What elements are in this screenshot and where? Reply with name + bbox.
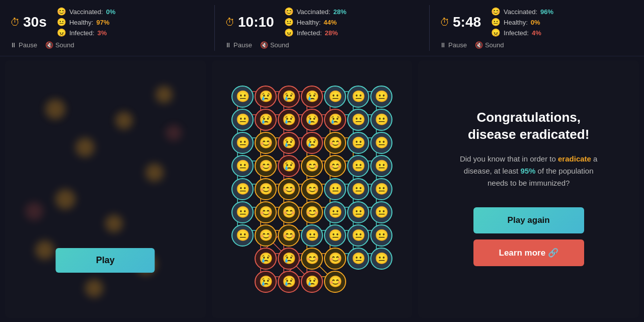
clock-icon-3: ⏱ <box>440 17 450 28</box>
node[interactable]: 😐 <box>347 224 369 247</box>
node[interactable]: 😊 <box>301 201 323 223</box>
healthy-icon: 😐 <box>57 18 66 27</box>
node[interactable]: 😊 <box>255 178 277 200</box>
node[interactable]: 😊 <box>255 224 277 247</box>
node[interactable]: 😐 <box>370 86 392 108</box>
node[interactable]: 😊 <box>278 201 300 223</box>
node[interactable]: 😐 <box>370 109 392 131</box>
node[interactable]: 😢 <box>301 132 323 154</box>
panel2-pause-button[interactable]: ⏸ Pause <box>225 41 252 49</box>
node[interactable]: 😢 <box>278 271 300 293</box>
node[interactable]: 😊 <box>255 201 277 223</box>
node[interactable]: 😊 <box>324 271 346 293</box>
node[interactable]: 😢 <box>255 86 277 108</box>
panel1-healthy-row: 😐 Healthy: 97% <box>57 18 116 27</box>
node[interactable]: 😐 <box>324 86 346 108</box>
panel2-vaccinated-row: 😊 Vaccinated: 28% <box>284 7 347 16</box>
node[interactable]: 😐 <box>370 224 392 247</box>
vaccinated-icon: 😊 <box>57 7 66 16</box>
panel1-stats: 😊 Vaccinated: 0% 😐 Healthy: 97% 😠 Infect… <box>57 7 116 37</box>
node[interactable]: 😊 <box>278 178 300 200</box>
node[interactable]: 😐 <box>347 132 369 154</box>
panel2-stats: 😊 Vaccinated: 28% 😐 Healthy: 44% 😠 Infec… <box>284 7 347 37</box>
panel1-sound-button[interactable]: 🔇 Sound <box>45 41 74 49</box>
panel3-sound-button[interactable]: 🔇 Sound <box>475 41 504 49</box>
node[interactable]: 😐 <box>347 201 369 223</box>
node[interactable]: 😢 <box>255 271 277 293</box>
node[interactable]: 😐 <box>324 178 346 200</box>
header-row: ⏱ 30s 😊 Vaccinated: 0% 😐 Healthy: 97% 😠 … <box>0 0 644 56</box>
node[interactable]: 😐 <box>231 132 254 154</box>
clock-icon-2: ⏱ <box>225 17 235 28</box>
panel3-vaccinated-row: 😊 Vaccinated: 96% <box>491 7 553 16</box>
highlight-eradicate: eradicate <box>558 154 591 163</box>
congratulations-panel: Congratulations,disease eradicated! Did … <box>418 60 639 318</box>
panel2-healthy-row: 😐 Healthy: 44% <box>284 18 347 27</box>
node[interactable]: 😊 <box>255 155 277 177</box>
panel2-sound-button[interactable]: 🔇 Sound <box>260 41 289 49</box>
panel3-header: ⏱ 5:48 😊 Vaccinated: 96% 😐 Healthy: 0% 😠… <box>430 5 644 51</box>
node[interactable]: 😐 <box>324 224 346 247</box>
node[interactable]: 😐 <box>231 155 254 177</box>
node[interactable]: 😢 <box>324 109 346 131</box>
node[interactable]: 😐 <box>370 178 392 200</box>
play-button[interactable]: Play <box>56 248 155 273</box>
node[interactable]: 😐 <box>370 248 392 270</box>
node[interactable]: 😢 <box>278 155 300 177</box>
node[interactable]: 😢 <box>278 248 300 270</box>
panel3-pause-button[interactable]: ⏸ Pause <box>440 41 467 49</box>
play-again-button[interactable]: Play again <box>473 207 584 233</box>
node[interactable]: 😐 <box>347 248 369 270</box>
node[interactable]: 😐 <box>231 178 254 200</box>
game-grid-container: 😐 😢 😢 😢 😐 😐 😐 😐 😢 😢 😢 😢 😐 😐 😐 <box>226 80 397 298</box>
congrats-title: Congratulations,disease eradicated! <box>468 109 589 143</box>
node[interactable]: 😊 <box>278 224 300 247</box>
panel1-pause-button[interactable]: ⏸ Pause <box>10 41 37 49</box>
panel2-infected-row: 😠 Infected: 28% <box>284 28 347 37</box>
node[interactable]: 😐 <box>231 109 254 131</box>
clock-icon: ⏱ <box>10 17 20 28</box>
node[interactable]: 😢 <box>278 86 300 108</box>
node[interactable]: 😐 <box>347 155 369 177</box>
panel2-timer: ⏱ 10:10 <box>225 14 274 30</box>
node[interactable]: 😊 <box>301 248 323 270</box>
node[interactable]: 😐 <box>370 132 392 154</box>
panel3-timer-value: 5:48 <box>453 14 481 30</box>
learn-more-button[interactable]: Learn more 🔗 <box>473 239 584 266</box>
panel1-infected-row: 😠 Infected: 3% <box>57 28 116 37</box>
infected-icon: 😠 <box>57 28 66 37</box>
node[interactable]: 😢 <box>278 109 300 131</box>
node[interactable]: 😊 <box>255 132 277 154</box>
congrats-description: Did you know that in order to eradicate … <box>458 153 599 189</box>
node[interactable]: 😢 <box>301 109 323 131</box>
node[interactable]: 😐 <box>347 86 369 108</box>
node[interactable]: 😢 <box>301 271 323 293</box>
background-nodes <box>5 60 206 318</box>
node[interactable]: 😐 <box>231 224 254 247</box>
node[interactable]: 😐 <box>347 178 369 200</box>
node[interactable]: 😐 <box>324 201 346 223</box>
panel2-controls: ⏸ Pause 🔇 Sound <box>225 41 419 49</box>
node[interactable]: 😊 <box>301 155 323 177</box>
node[interactable]: 😊 <box>324 248 346 270</box>
node[interactable]: 😊 <box>324 132 346 154</box>
panel1-timer-value: 30s <box>23 14 47 30</box>
node[interactable]: 😢 <box>301 86 323 108</box>
node[interactable]: 😐 <box>370 155 392 177</box>
panel3-stats: 😊 Vaccinated: 96% 😐 Healthy: 0% 😠 Infect… <box>491 7 553 37</box>
panel3-healthy-row: 😐 Healthy: 0% <box>491 18 553 27</box>
main-panels: Play <box>0 56 644 322</box>
node[interactable]: 😢 <box>255 248 277 270</box>
node[interactable]: 😐 <box>347 109 369 131</box>
game-panel: 😐 😢 😢 😢 😐 😐 😐 😐 😢 😢 😢 😢 😐 😐 😐 <box>212 60 413 318</box>
node[interactable]: 😐 <box>231 86 254 108</box>
node[interactable]: 😐 <box>301 224 323 247</box>
node[interactable]: 😐 <box>370 201 392 223</box>
node[interactable]: 😊 <box>301 178 323 200</box>
node[interactable]: 😢 <box>255 109 277 131</box>
node[interactable]: 😊 <box>324 155 346 177</box>
node[interactable]: 😐 <box>231 201 254 223</box>
highlight-percent: 95% <box>520 167 535 175</box>
panel3-controls: ⏸ Pause 🔇 Sound <box>440 41 634 49</box>
node[interactable]: 😢 <box>278 132 300 154</box>
